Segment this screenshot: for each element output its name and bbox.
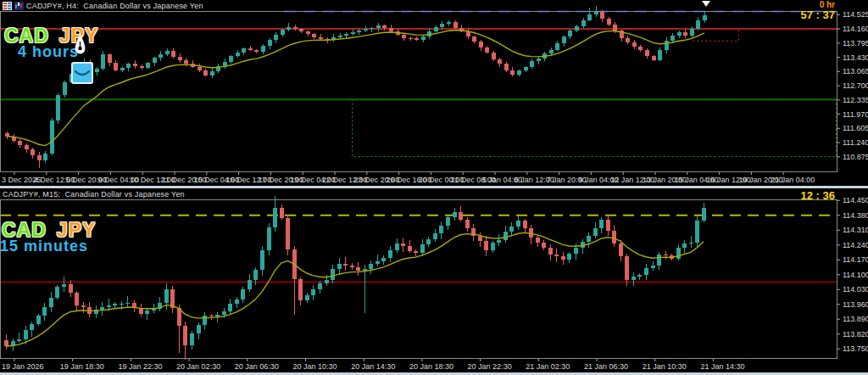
timer-countdown-h4: 57 : 37	[801, 9, 835, 20]
svg-text:20 Jan 10:30: 20 Jan 10:30	[293, 362, 337, 371]
svg-text:114.450: 114.450	[843, 196, 868, 204]
svg-text:114.100: 114.100	[843, 271, 868, 279]
svg-text:21 Jan 14:30: 21 Jan 14:30	[700, 362, 744, 371]
svg-text:113.430: 113.430	[843, 53, 868, 62]
svg-text:111.240: 111.240	[843, 138, 868, 147]
svg-text:112.335: 112.335	[843, 96, 868, 104]
chart-window-h4-title-bar[interactable]: CADJPY#, H4: Canadian Dollar vs Japanese…	[0, 0, 868, 11]
candlestick-chart-icon[interactable]	[14, 2, 24, 10]
svg-text:20 Jan 06:30: 20 Jan 06:30	[235, 362, 279, 371]
svg-text:112.700: 112.700	[843, 81, 868, 90]
svg-text:113.960: 113.960	[843, 300, 868, 309]
svg-text:19 Jan 22:30: 19 Jan 22:30	[118, 362, 162, 371]
timer-countdown-m15: 12 : 36	[801, 190, 835, 201]
smile-button-icon[interactable]	[71, 62, 93, 84]
svg-text:114.160: 114.160	[843, 25, 868, 33]
chart-window-m15-title-bar[interactable]: CADJPY#, M15: Canadian Dollar vs Japanes…	[0, 188, 868, 199]
chart-window-h4: CADJPY#, H4: Canadian Dollar vs Japanese…	[0, 0, 868, 186]
svg-text:21 Jan 02:30: 21 Jan 02:30	[526, 362, 570, 371]
svg-text:20 Jan 18:30: 20 Jan 18:30	[409, 362, 453, 371]
svg-text:111.605: 111.605	[843, 124, 868, 132]
svg-text:20 Jan 22:30: 20 Jan 22:30	[468, 362, 512, 371]
table-icon[interactable]	[3, 2, 12, 10]
svg-text:114.170: 114.170	[843, 255, 868, 264]
svg-text:113.065: 113.065	[843, 67, 868, 76]
svg-text:21 Jan 04:00: 21 Jan 04:00	[771, 176, 815, 184]
chart-canvas-m15[interactable]: 114.450114.380114.310114.240114.170114.1…	[0, 199, 868, 372]
svg-text:114.380: 114.380	[843, 211, 868, 220]
svg-text:111.970: 111.970	[843, 110, 868, 119]
quill-pen-icon	[73, 34, 87, 56]
svg-text:19 Jan 18:30: 19 Jan 18:30	[60, 362, 104, 371]
svg-text:21 Jan 06:30: 21 Jan 06:30	[584, 362, 628, 371]
metatrader-workspace: CADJPY#, H4: Canadian Dollar vs Japanese…	[0, 0, 868, 375]
svg-text:114.525: 114.525	[843, 10, 868, 19]
svg-text:20 Jan 02:30: 20 Jan 02:30	[176, 362, 220, 371]
svg-text:110.875: 110.875	[843, 153, 868, 161]
svg-text:20 Jan 14:30: 20 Jan 14:30	[351, 362, 395, 371]
chart-window-m15: CADJPY#, M15: Canadian Dollar vs Japanes…	[0, 188, 868, 372]
chart-window-h4-title: CADJPY#, H4: Canadian Dollar vs Japanese…	[26, 2, 203, 10]
chart-canvas-h4[interactable]: 114.525114.160113.795113.430113.065112.7…	[0, 11, 868, 186]
svg-text:113.820: 113.820	[843, 330, 868, 339]
svg-text:113.890: 113.890	[843, 315, 868, 323]
svg-text:19 Jan 2026: 19 Jan 2026	[2, 362, 44, 371]
svg-text:114.240: 114.240	[843, 241, 868, 249]
chart-window-m15-title: CADJPY#, M15: Canadian Dollar vs Japanes…	[3, 190, 185, 199]
svg-text:114.310: 114.310	[843, 226, 868, 234]
svg-text:113.750: 113.750	[843, 344, 868, 353]
svg-text:113.795: 113.795	[843, 39, 868, 48]
svg-text:114.030: 114.030	[843, 285, 868, 294]
svg-text:21 Jan 10:30: 21 Jan 10:30	[643, 362, 687, 371]
